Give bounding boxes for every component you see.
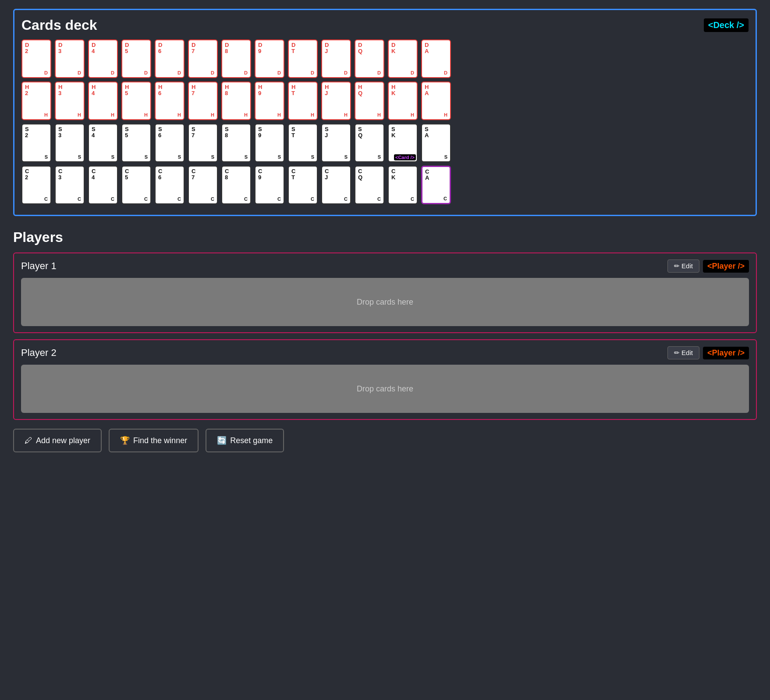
- card-8D[interactable]: D8D: [221, 39, 251, 78]
- card-KH[interactable]: HKH: [388, 82, 418, 120]
- players-section: Players Player 1 ✏ Edit <Player /> Drop …: [13, 229, 757, 420]
- player-1-box: Player 1 ✏ Edit <Player /> Drop cards he…: [13, 252, 757, 333]
- player-1-drop-zone[interactable]: Drop cards here: [21, 278, 749, 326]
- player-2-actions: ✏ Edit <Player />: [667, 346, 749, 359]
- players-title: Players: [13, 229, 757, 245]
- card-JH[interactable]: HJH: [321, 82, 351, 120]
- card-3H[interactable]: H3H: [55, 82, 85, 120]
- card-8C[interactable]: C8C: [221, 166, 251, 204]
- card-9C[interactable]: C9C: [255, 166, 284, 204]
- player-2-drop-zone[interactable]: Drop cards here: [21, 365, 749, 413]
- add-player-icon: 🖊: [25, 436, 32, 445]
- add-player-label: Add new player: [36, 436, 90, 445]
- card-6H[interactable]: H6H: [155, 82, 185, 120]
- card-3S[interactable]: S3S: [55, 124, 85, 162]
- player-1-drop-text: Drop cards here: [357, 298, 413, 307]
- card-QH[interactable]: HQH: [355, 82, 384, 120]
- card-2H[interactable]: H2H: [21, 82, 51, 120]
- player-2-edit-button[interactable]: ✏ Edit: [667, 346, 699, 359]
- reset-game-label: Reset game: [230, 436, 273, 445]
- cards-row-clubs: C2C C3C C4C C5C C6C C7C C8C C9C CTC CJC …: [21, 166, 749, 204]
- card-AH[interactable]: HAH: [421, 82, 451, 120]
- reset-game-button[interactable]: 🔄 Reset game: [206, 429, 284, 452]
- card-KC[interactable]: CKC: [388, 166, 418, 204]
- player-1-tag: <Player />: [703, 260, 749, 273]
- card-5S[interactable]: S5S: [121, 124, 151, 162]
- card-QC[interactable]: CQC: [355, 166, 384, 204]
- card-KS[interactable]: SK S <Card />: [388, 124, 418, 162]
- card-3D[interactable]: D3D: [55, 39, 85, 78]
- card-AD[interactable]: DAD: [421, 39, 451, 78]
- card-9H[interactable]: H9H: [255, 82, 284, 120]
- card-4S[interactable]: S4S: [88, 124, 118, 162]
- card-5D[interactable]: D5D: [121, 39, 151, 78]
- card-TD[interactable]: DTD: [288, 39, 318, 78]
- card-JD[interactable]: DJD: [321, 39, 351, 78]
- card-JS[interactable]: SJS: [321, 124, 351, 162]
- cards-row-diamonds: D2D D3D D4D D5D D6D D7D D8D D9D DTD DJD …: [21, 39, 749, 78]
- card-QS[interactable]: SQS: [355, 124, 384, 162]
- find-winner-icon: 🏆: [120, 436, 130, 445]
- deck-title: Cards deck: [21, 17, 97, 33]
- card-7C[interactable]: C7C: [188, 166, 218, 204]
- card-7H[interactable]: H7H: [188, 82, 218, 120]
- card-7S[interactable]: S7S: [188, 124, 218, 162]
- card-AC[interactable]: CAC: [421, 166, 451, 204]
- card-5H[interactable]: H5H: [121, 82, 151, 120]
- player-2-box: Player 2 ✏ Edit <Player /> Drop cards he…: [13, 339, 757, 420]
- card-9D[interactable]: D9D: [255, 39, 284, 78]
- card-QD[interactable]: DQD: [355, 39, 384, 78]
- player-1-name: Player 1: [21, 260, 57, 272]
- deck-section: Cards deck <Deck /> D2D D3D D4D D5D D6D …: [13, 9, 757, 216]
- card-TC[interactable]: CTC: [288, 166, 318, 204]
- player-2-name: Player 2: [21, 347, 57, 359]
- card-9S[interactable]: S9S: [255, 124, 284, 162]
- find-winner-label: Find the winner: [133, 436, 187, 445]
- card-4D[interactable]: D4D: [88, 39, 118, 78]
- card-5C[interactable]: C5C: [121, 166, 151, 204]
- card-JC[interactable]: CJC: [321, 166, 351, 204]
- card-6C[interactable]: C6C: [155, 166, 185, 204]
- card-KD[interactable]: DKD: [388, 39, 418, 78]
- cards-row-hearts: H2H H3H H4H H5H H6H H7H H8H H9H HTH HJH …: [21, 82, 749, 120]
- card-component-tag: <Card />: [394, 154, 416, 160]
- bottom-buttons: 🖊 Add new player 🏆 Find the winner 🔄 Res…: [13, 429, 757, 452]
- card-6S[interactable]: S6S: [155, 124, 185, 162]
- card-6D[interactable]: D6D: [155, 39, 185, 78]
- deck-header: Cards deck <Deck />: [21, 17, 749, 33]
- card-2S[interactable]: S2S: [21, 124, 51, 162]
- cards-row-spades: S2S S3S S4S S5S S6S S7S S8S S9S STS SJS …: [21, 124, 749, 162]
- card-4C[interactable]: C4C: [88, 166, 118, 204]
- player-2-drop-text: Drop cards here: [357, 384, 413, 394]
- card-2C[interactable]: C2C: [21, 166, 51, 204]
- deck-tag: <Deck />: [704, 18, 749, 32]
- card-TS[interactable]: STS: [288, 124, 318, 162]
- add-new-player-button[interactable]: 🖊 Add new player: [13, 429, 102, 452]
- card-8H[interactable]: H8H: [221, 82, 251, 120]
- card-4H[interactable]: H4H: [88, 82, 118, 120]
- card-8S[interactable]: S8S: [221, 124, 251, 162]
- player-2-header: Player 2 ✏ Edit <Player />: [21, 346, 749, 359]
- player-2-tag: <Player />: [703, 347, 749, 359]
- player-1-header: Player 1 ✏ Edit <Player />: [21, 259, 749, 273]
- card-TH[interactable]: HTH: [288, 82, 318, 120]
- card-AS[interactable]: SAS: [421, 124, 451, 162]
- player-1-edit-button[interactable]: ✏ Edit: [667, 259, 699, 273]
- card-2D[interactable]: D2D: [21, 39, 51, 78]
- player-1-actions: ✏ Edit <Player />: [667, 259, 749, 273]
- card-7D[interactable]: D7D: [188, 39, 218, 78]
- find-winner-button[interactable]: 🏆 Find the winner: [109, 429, 199, 452]
- card-3C[interactable]: C3C: [55, 166, 85, 204]
- reset-game-icon: 🔄: [217, 436, 227, 445]
